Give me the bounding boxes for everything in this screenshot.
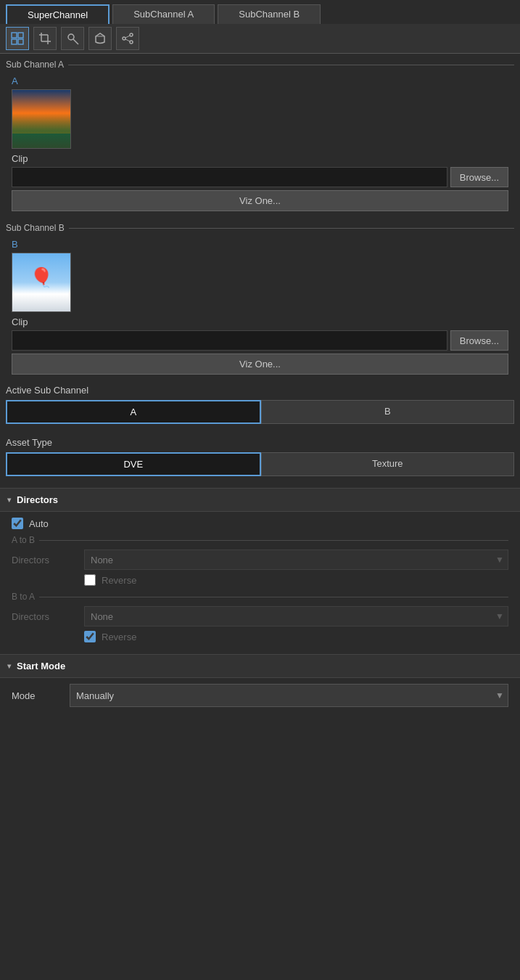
directors-btoa-reverse-checkbox[interactable] (84, 631, 96, 642)
asset-type-label: Asset Type (6, 437, 514, 448)
directors-section-label: Directors (17, 494, 58, 505)
startmode-section-header[interactable]: ▾ Start Mode (0, 654, 520, 678)
key-icon[interactable] (61, 27, 84, 50)
svg-rect-2 (12, 39, 17, 44)
startmode-mode-row: Mode Manually Auto On Air ▼ (0, 678, 520, 713)
svg-point-13 (130, 41, 133, 44)
bucket-icon[interactable] (88, 27, 112, 50)
subchannel-a-label: A (12, 75, 508, 86)
subchannel-b-browse-button[interactable]: Browse... (450, 330, 508, 351)
directors-btoa-select[interactable]: None (84, 606, 508, 626)
tab-subchannel-a[interactable]: SubChannel A (112, 4, 215, 24)
directors-auto-label: Auto (29, 518, 49, 529)
subchannel-a-content: A Clip Browse... Viz One... (0, 73, 520, 217)
svg-line-9 (73, 39, 78, 44)
directors-atob-select[interactable]: None (84, 550, 508, 570)
subchannel-b-header: Sub Channel B (0, 217, 520, 236)
directors-chevron-icon: ▾ (7, 496, 11, 504)
directors-section-content: Auto A to B Directors None ▼ Reverse B t… (0, 512, 520, 654)
directors-auto-row: Auto (12, 518, 508, 529)
subchannel-a-thumbnail (12, 89, 71, 149)
svg-point-11 (130, 33, 133, 36)
directors-btoa-reverse-label: Reverse (102, 632, 136, 642)
tab-bar: SuperChannel SubChannel A SubChannel B (0, 0, 520, 24)
toolbar (0, 24, 520, 54)
subchannel-b-clip-input[interactable] (12, 330, 447, 351)
subchannel-a-clip-input[interactable] (12, 167, 447, 187)
svg-rect-0 (12, 33, 17, 38)
asset-type-toggle-group: DVE Texture (6, 452, 514, 476)
active-subchannel-a-button[interactable]: A (6, 400, 261, 424)
directors-atob-form-row: Directors None ▼ (12, 550, 508, 570)
tab-superchannel[interactable]: SuperChannel (6, 4, 110, 24)
directors-atob-header: A to B (12, 535, 508, 545)
directors-btoa-select-wrap: None ▼ (84, 606, 508, 626)
svg-point-12 (123, 37, 125, 40)
asset-type-texture-button[interactable]: Texture (261, 452, 515, 476)
subchannel-a-browse-button[interactable]: Browse... (450, 167, 508, 187)
directors-btoa-label: B to A (12, 592, 35, 602)
directors-btoa-header: B to A (12, 592, 508, 602)
subchannel-a-header: Sub Channel A (0, 54, 520, 73)
directors-atob-select-wrap: None ▼ (84, 550, 508, 570)
active-subchannel-label: Active Sub Channel (6, 385, 514, 396)
subchannel-a-vizonebutton[interactable]: Viz One... (12, 190, 508, 211)
svg-line-14 (125, 36, 130, 38)
subchannel-a-clip-row: Browse... (12, 167, 508, 187)
startmode-section-label: Start Mode (17, 661, 65, 671)
subchannel-b-vizonebutton[interactable]: Viz One... (12, 354, 508, 375)
asset-type-dve-button[interactable]: DVE (6, 452, 261, 476)
directors-btoa-directors-label: Directors (12, 611, 84, 622)
subchannel-b-label: B (12, 239, 508, 250)
layout-icon[interactable] (6, 27, 29, 50)
directors-atob-directors-label: Directors (12, 555, 84, 565)
startmode-mode-select[interactable]: Manually Auto On Air (70, 684, 508, 707)
subchannel-b-content: B Clip Browse... Viz One... (0, 236, 520, 380)
share-icon[interactable] (116, 27, 139, 50)
asset-type-section: Asset Type DVE Texture (0, 434, 520, 488)
directors-btoa-form-row: Directors None ▼ (12, 606, 508, 626)
subchannel-a-clip-label: Clip (12, 153, 508, 164)
directors-atob-reverse-checkbox[interactable] (84, 574, 96, 586)
active-subchannel-b-button[interactable]: B (261, 400, 515, 424)
svg-rect-1 (18, 33, 23, 38)
directors-atob-reverse-row: Reverse (12, 574, 508, 586)
subchannel-b-thumbnail (12, 253, 71, 312)
tab-subchannel-b[interactable]: SubChannel B (218, 4, 321, 24)
active-subchannel-section: Active Sub Channel A B (0, 380, 520, 434)
directors-atob-reverse-label: Reverse (102, 575, 136, 586)
svg-line-15 (125, 39, 130, 41)
directors-btoa-reverse-row: Reverse (12, 631, 508, 642)
startmode-mode-label: Mode (12, 690, 70, 701)
directors-section-header[interactable]: ▾ Directors (0, 488, 520, 512)
directors-atob-label: A to B (12, 535, 35, 545)
startmode-chevron-icon: ▾ (7, 662, 11, 670)
startmode-mode-select-wrap: Manually Auto On Air ▼ (70, 684, 508, 707)
subchannel-b-clip-label: Clip (12, 317, 508, 327)
directors-auto-checkbox[interactable] (12, 518, 23, 529)
active-subchannel-toggle-group: A B (6, 400, 514, 424)
subchannel-b-clip-row: Browse... (12, 330, 508, 351)
crop-icon[interactable] (33, 27, 57, 50)
svg-rect-3 (18, 39, 23, 44)
svg-point-8 (68, 34, 74, 40)
